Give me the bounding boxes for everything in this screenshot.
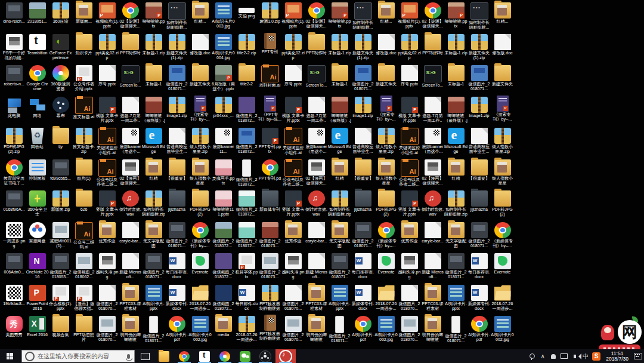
- desktop-icon[interactable]: 未标题-1: [328, 64, 351, 96]
- desktop-icon[interactable]: 竖版 文章卡片.pptx: [95, 189, 119, 221]
- desktop-icon[interactable]: 底部banner（用这个...: [305, 127, 328, 158]
- desktop-icon[interactable]: ppt美化02.zip: [398, 33, 421, 64]
- desktop-icon[interactable]: 百度网盘: [26, 221, 49, 253]
- desktop-icon[interactable]: 修改版.doc: [491, 33, 514, 64]
- desktop-icon[interactable]: 02【柒渊】微信聊天...: [305, 1, 328, 33]
- desktop-icon[interactable]: tjy: [49, 127, 72, 158]
- desktop-icon[interactable]: jijizhazha: [165, 189, 188, 221]
- desktop-icon[interactable]: 公众号作者介绍.pptx: [72, 64, 95, 96]
- desktop-icon[interactable]: ppt美化02.zip: [281, 33, 305, 64]
- desktop-icon[interactable]: 知识卡片: [72, 33, 95, 64]
- desktop-icon[interactable]: 视频贴片(1).pptx: [95, 1, 119, 33]
- desktop-icon[interactable]: AI知识卡片.pptx: [142, 284, 165, 315]
- desktop-icon[interactable]: 02【漫画】微信聊天...: [421, 158, 444, 190]
- desktop-icon[interactable]: 公众号以及作者二维...: [398, 158, 421, 190]
- desktop-icon[interactable]: 优秀作业: [95, 221, 119, 253]
- taskbar-app-video-player[interactable]: [255, 349, 275, 363]
- desktop-icon[interactable]: 微信图片_2018071...: [467, 64, 491, 96]
- desktop-icon[interactable]: 《新媒体专刊》by--...: [374, 221, 398, 253]
- desktop-icon[interactable]: 新媒体专刊: [258, 189, 281, 221]
- taskbar-app-teambition[interactable]: [194, 349, 215, 363]
- desktop-icon[interactable]: 新媒体专刊.docx: [351, 284, 374, 315]
- desktop-icon[interactable]: 烦人指数小星星: [374, 158, 398, 190]
- desktop-icon[interactable]: 视频贴片(1).pptx: [281, 1, 305, 33]
- desktop-icon[interactable]: Evernote: [188, 252, 212, 284]
- desktop-icon[interactable]: 19b9dac8...: [2, 284, 26, 315]
- desktop-icon[interactable]: 普通高校应届毕业生...: [165, 127, 188, 158]
- desktop-icon[interactable]: OneNote 2016: [26, 252, 49, 284]
- desktop-icon[interactable]: 无文字版配图: [444, 221, 467, 253]
- desktop-icon[interactable]: 灵魂画手.pptx: [212, 158, 235, 190]
- desktop-icon[interactable]: caryle-bar...: [421, 221, 444, 253]
- desktop-icon[interactable]: 微信图片_2018071..: [142, 252, 165, 284]
- desktop-icon[interactable]: AI知识卡片0002.jpg: [374, 315, 398, 346]
- desktop-icon[interactable]: 推文标题卡.zip: [72, 127, 95, 158]
- ime-indicator[interactable]: 中: [581, 351, 590, 362]
- desktop-icon[interactable]: 微信图片_2018071...: [351, 64, 374, 96]
- desktop-icon[interactable]: PPT专刊.pd: [258, 158, 281, 190]
- desktop-icon[interactable]: 图片(1): [72, 158, 95, 190]
- desktop-icon[interactable]: 倒计时音效.wav: [421, 189, 444, 221]
- tray-volume-button[interactable]: [570, 351, 580, 362]
- desktop-icon[interactable]: 公众号以及作者二维...: [95, 158, 119, 190]
- desktop-icon[interactable]: PDF转JPG(2).zip: [2, 127, 26, 158]
- desktop-icon[interactable]: 626: [72, 189, 95, 221]
- tray-display-button[interactable]: [559, 351, 569, 362]
- desktop-icon[interactable]: Excel 2016: [26, 315, 49, 346]
- desktop-icon[interactable]: 微信图片_2018071..: [328, 252, 351, 284]
- desktop-icon[interactable]: 唧唧喳喳111.pptx: [212, 189, 235, 221]
- desktop-icon[interactable]: 《新媒体专刊》by--...: [491, 221, 514, 253]
- desktop-icon[interactable]: 新建文件夹(1).zip: [351, 33, 374, 64]
- desktop-icon[interactable]: 新媒体专刊.docx: [467, 284, 491, 315]
- desktop-icon[interactable]: 感到头冷.png: [95, 252, 119, 284]
- desktop-icon[interactable]: 新建文件夹: [188, 64, 212, 96]
- desktop-icon[interactable]: 栏目字体.pptx: [235, 252, 258, 284]
- desktop-icon[interactable]: 关键词监控小组件.ai: [281, 127, 305, 158]
- desktop-icon[interactable]: 2018-07-26一周进步...: [491, 284, 514, 315]
- desktop-icon[interactable]: 公众号以及作者二维...: [281, 158, 305, 190]
- desktop-icon[interactable]: caryle-bar...: [119, 221, 142, 253]
- desktop-icon[interactable]: 教育部学历证书电子...: [2, 158, 26, 190]
- desktop-icon[interactable]: ppt美化02.zip: [95, 33, 119, 64]
- desktop-icon[interactable]: 一周进步.png: [2, 221, 26, 253]
- desktop-icon[interactable]: 明日份的唧唧喳喳: [421, 315, 444, 346]
- desktop-icon[interactable]: 微信图片_2018071...: [165, 221, 188, 253]
- desktop-icon[interactable]: dino-reich...: [2, 1, 26, 33]
- desktop-icon[interactable]: 周刊封面.ai: [258, 64, 281, 96]
- desktop-icon[interactable]: 红精: [444, 158, 467, 190]
- desktop-icon[interactable]: 回收站: [26, 127, 49, 158]
- desktop-icon[interactable]: 每日推荐语.docx: [351, 252, 374, 284]
- desktop-icon[interactable]: 红精: [142, 158, 165, 190]
- desktop-icon[interactable]: 新媒体专刊.docx: [165, 284, 188, 315]
- desktop-icon[interactable]: 明日份的唧唧喳喳: [305, 315, 328, 346]
- desktop-icon[interactable]: 《PPT专刊》by--陈...: [258, 96, 281, 127]
- desktop-icon[interactable]: 感到头冷.png: [281, 252, 305, 284]
- desktop-icon[interactable]: 倒计时音效.wav: [119, 189, 142, 221]
- desktop-icon[interactable]: 微信图片_2018072...: [212, 221, 235, 253]
- desktop-icon[interactable]: 每日推荐语.docx: [467, 252, 491, 284]
- desktop-icon[interactable]: 微信截图_2018062...: [72, 252, 95, 284]
- desktop-icon[interactable]: GeForce Experience: [49, 33, 72, 64]
- desktop-icon[interactable]: 微信图片_2018070...: [398, 315, 421, 346]
- desktop-icon[interactable]: PPT触发器制作翻牌效果..: [258, 315, 281, 346]
- desktop-icon[interactable]: 红精...: [374, 1, 398, 33]
- desktop-icon[interactable]: 烦人指数小星星: [188, 158, 212, 190]
- desktop-icon[interactable]: 02【漫画】微信聊天...: [305, 158, 328, 190]
- taskbar-app-360-browser[interactable]: [215, 349, 235, 363]
- desktop-icon[interactable]: 微信图片_2018070...: [281, 315, 305, 346]
- desktop-icon[interactable]: 新建文件夹(1).zip: [165, 33, 188, 64]
- desktop-icon[interactable]: 未标题-1: [444, 64, 467, 96]
- desktop-icon[interactable]: 微信图片_2018073...: [258, 221, 281, 253]
- taskbar-app-netease-music[interactable]: [275, 349, 296, 363]
- desktop-icon[interactable]: 微信截图_2018072...: [212, 252, 235, 284]
- tray-notification-button[interactable]: [549, 351, 558, 362]
- desktop-icon[interactable]: 如何制作长阴影图标.zip: [142, 189, 165, 221]
- desktop-icon[interactable]: 视频贴片(1).pptx: [398, 1, 421, 33]
- desktop-icon[interactable]: fd99cbb5...: [49, 158, 72, 190]
- desktop-icon[interactable]: 2018-07-26一周进步...: [235, 315, 258, 346]
- desktop-icon[interactable]: Microsoft Edge: [444, 127, 467, 158]
- desktop-icon[interactable]: PPT制作时: [119, 33, 142, 64]
- desktop-icon[interactable]: 幕布: [49, 96, 72, 127]
- desktop-icon[interactable]: 唧唧喳喳（最终版）.jpg: [328, 96, 351, 127]
- desktop-icon[interactable]: AI知识卡片0002.jpg: [188, 315, 212, 346]
